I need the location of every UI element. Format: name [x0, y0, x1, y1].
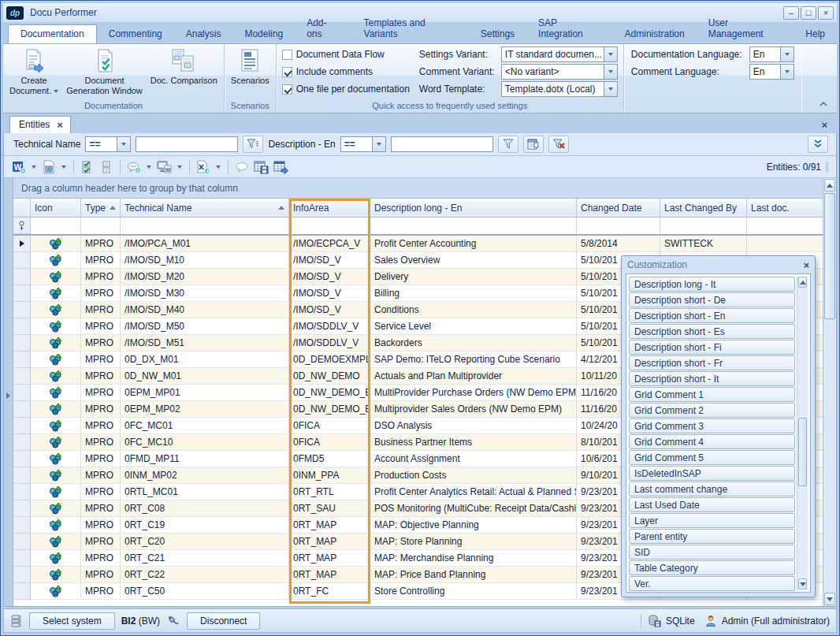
technical-name-filter-input[interactable] [136, 136, 238, 152]
scroll-up-icon[interactable] [798, 277, 807, 288]
document-area-close-icon[interactable]: × [821, 120, 827, 133]
auto-filter-cell[interactable] [660, 218, 747, 234]
expand-filter-panel-button[interactable] [808, 136, 828, 153]
customization-item-parent-entity[interactable]: Parent entity [629, 529, 795, 544]
chevron-down-icon[interactable] [604, 46, 618, 62]
settings-variant-combo[interactable]: IT standard documen... [501, 46, 618, 62]
ribbon-tab-analysis[interactable]: Analysis [174, 25, 233, 43]
customization-item-layer[interactable]: Layer [629, 513, 795, 528]
ribbon-tab-administration[interactable]: Administration [613, 25, 697, 43]
ribbon-tab-add-ons[interactable]: Add-ons [295, 14, 351, 43]
ribbon-tab-help[interactable]: Help [794, 25, 837, 43]
description-filter-input[interactable] [391, 136, 493, 152]
mark-entities-button[interactable] [79, 158, 96, 176]
scroll-up-icon[interactable] [824, 179, 835, 192]
filter-editor-button[interactable] [523, 136, 544, 153]
chevron-down-icon[interactable] [144, 158, 154, 176]
filter-menu-button[interactable] [243, 136, 263, 153]
doc-comparison-button[interactable]: Doc. Comparison [147, 45, 221, 87]
chevron-down-icon[interactable] [604, 81, 618, 97]
customization-item-sid[interactable]: SID [629, 545, 795, 560]
create-document-button[interactable]: Create Document. [6, 45, 62, 98]
one-file-per-documentation-checkbox[interactable]: One file per documentation [282, 82, 410, 96]
excel-export-button[interactable] [195, 158, 212, 176]
group-by-bar[interactable]: Drag a column header here to group by th… [13, 178, 823, 199]
customization-scrollbar[interactable] [797, 277, 808, 590]
auto-filter-cell[interactable] [81, 218, 121, 234]
column-header-infoarea[interactable]: InfoArea [289, 199, 370, 217]
customization-item-description-short-fr[interactable]: Description short - Fr [629, 355, 795, 370]
auto-filter-cell[interactable] [747, 218, 823, 234]
customization-item-last-used-date[interactable]: Last Used Date [629, 497, 795, 512]
customization-item-description-short-it[interactable]: Description short - It [629, 371, 795, 386]
chevron-down-icon[interactable] [214, 158, 223, 176]
ribbon-tab-commenting[interactable]: Commenting [97, 25, 174, 43]
chevron-down-icon[interactable] [781, 64, 794, 80]
customization-item-description-short-fi[interactable]: Description short - Fi [629, 340, 795, 355]
auto-filter-row-indicator[interactable] [13, 218, 31, 234]
customization-item-last-comment-change[interactable]: Last comment change [629, 482, 795, 497]
document-data-flow-checkbox[interactable]: Document Data Flow [282, 47, 410, 61]
select-system-button[interactable]: Select system [29, 612, 115, 630]
scrollbar-thumb[interactable] [824, 193, 835, 319]
close-button[interactable]: × [818, 6, 834, 20]
scroll-down-icon[interactable] [798, 578, 807, 590]
chevron-down-icon[interactable] [781, 46, 794, 62]
chevron-down-icon[interactable] [29, 158, 39, 176]
save-grid-layout-button[interactable] [252, 158, 270, 176]
column-header-changed-date[interactable]: Changed Date [577, 199, 660, 217]
comment-language-combo[interactable]: En [749, 64, 794, 80]
chevron-down-icon[interactable] [117, 136, 131, 152]
tab-entities[interactable]: Entities × [9, 116, 71, 133]
chevron-down-icon[interactable] [59, 158, 69, 176]
ribbon-tab-modeling[interactable]: Modeling [232, 25, 295, 43]
customization-item-grid-comment-2[interactable]: Grid Comment 2 [629, 403, 795, 418]
apply-filter-button[interactable] [498, 136, 518, 153]
customization-item-table-category[interactable]: Table Category [629, 560, 795, 575]
tab-close-icon[interactable]: × [57, 120, 63, 130]
word-template-combo[interactable]: Template.dotx (Local) [501, 81, 618, 97]
create-word-document-button[interactable]: W [10, 158, 28, 176]
comment-variant-combo[interactable]: <No variant> [501, 64, 618, 80]
customization-item-description-short-es[interactable]: Description short - Es [629, 324, 795, 339]
chevron-down-icon[interactable] [175, 158, 184, 176]
disconnect-button[interactable]: Disconnect [187, 612, 260, 630]
filter-operator-technical-name[interactable]: == [85, 136, 131, 152]
chevron-down-icon[interactable] [373, 136, 386, 152]
scroll-down-icon[interactable] [824, 593, 835, 605]
ribbon-tab-user-management[interactable]: User Management [697, 14, 794, 43]
chevron-down-icon[interactable] [604, 64, 618, 80]
customization-item-grid-comment-5[interactable]: Grid Comment 5 [629, 450, 795, 465]
column-header-icon[interactable]: Icon [31, 199, 81, 217]
ribbon-tab-sap-integration[interactable]: SAP Integration [526, 14, 613, 43]
customization-item-description-long-it[interactable]: Description long - It [629, 277, 795, 292]
filter-operator-description[interactable]: == [340, 136, 386, 152]
collapsed-panel-splitter[interactable] [4, 178, 13, 606]
comment-window-button[interactable]: W [155, 158, 173, 176]
auto-filter-cell[interactable] [370, 218, 577, 234]
column-header-type[interactable]: Type [81, 199, 121, 217]
show-comments-button[interactable] [233, 158, 251, 176]
restore-button[interactable]: □ [801, 6, 816, 20]
collapse-ribbon-icon[interactable] [816, 99, 831, 110]
include-comments-checkbox[interactable]: Include comments [282, 65, 410, 79]
column-header-description-long-en[interactable]: Description long - En [370, 199, 577, 217]
customization-item-grid-comment-4[interactable]: Grid Comment 4 [629, 434, 795, 449]
auto-filter-cell[interactable] [577, 218, 660, 234]
customization-item-ver[interactable]: Ver. [629, 576, 795, 591]
row-indicator-header[interactable] [13, 199, 31, 217]
scenarios-button[interactable]: Scenarios [227, 45, 273, 87]
column-header-last-doc[interactable]: Last doc. [747, 199, 823, 217]
customization-item-description-short-en[interactable]: Description short - En [629, 308, 795, 323]
open-word-document-button[interactable]: W [40, 158, 58, 176]
ribbon-tab-settings[interactable]: Settings [469, 25, 526, 43]
customization-item-description-short-de[interactable]: Description short - De [629, 292, 795, 307]
document-generation-window-button[interactable]: Document Generation Window [62, 45, 147, 98]
scrollbar-thumb[interactable] [798, 418, 807, 486]
auto-filter-cell[interactable] [121, 218, 289, 234]
customization-close-icon[interactable]: × [803, 260, 809, 270]
ribbon-tab-templates-and-variants[interactable]: Templates and Variants [352, 14, 469, 43]
add-comment-button[interactable] [125, 158, 143, 176]
documentation-language-combo[interactable]: En [749, 46, 794, 62]
column-header-last-changed-by[interactable]: Last Changed By [660, 199, 747, 217]
